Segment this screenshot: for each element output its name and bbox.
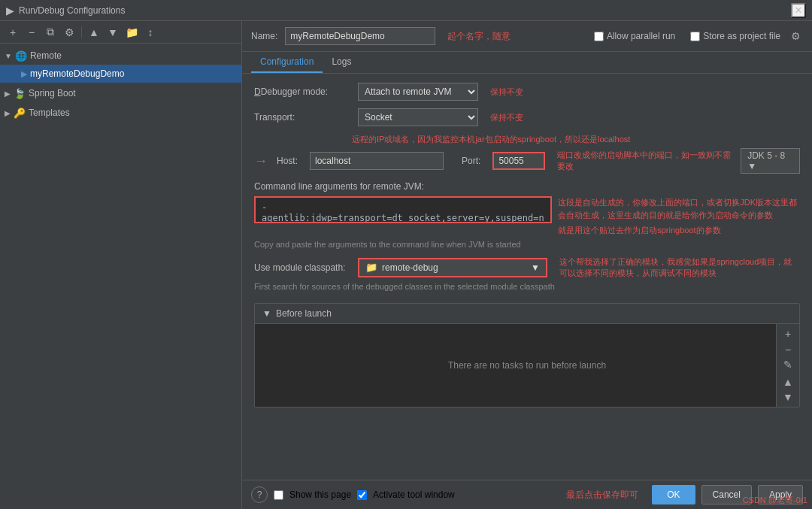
name-input[interactable] <box>285 27 435 45</box>
host-input[interactable] <box>310 152 444 170</box>
bl-down-button[interactable]: ▼ <box>780 390 796 404</box>
help-button[interactable]: ? <box>251 486 268 503</box>
apply-button[interactable]: Apply <box>758 485 803 504</box>
remote-group-icon: 🌐 <box>15 50 27 62</box>
module-dropdown-icon: ▼ <box>531 262 540 273</box>
gear-button[interactable]: ⚙ <box>788 29 803 44</box>
module-classpath-row: Use module classpath: 📁 remote-debug ▼ 这… <box>254 256 800 280</box>
module-value: remote-debug <box>382 262 438 273</box>
port-label: Port: <box>462 156 480 166</box>
remote-item-label: myRemoteDebugDemo <box>30 68 124 79</box>
templates-group: ▶ 🔑 Templates <box>0 104 241 122</box>
tab-configuration[interactable]: Configuration <box>251 52 323 73</box>
templates-arrow-icon: ▶ <box>5 109 11 117</box>
footer-right: 最后点击保存即可 OK Cancel Apply <box>566 485 803 504</box>
activate-window-label: Activate tool window <box>373 489 455 500</box>
transport-select[interactable]: Socket <box>358 108 478 126</box>
name-label: Name: <box>251 31 277 41</box>
remote-debug-item[interactable]: ▶ myRemoteDebugDemo <box>0 65 241 83</box>
module-hint: First search for sources of the debugged… <box>254 282 800 291</box>
module-select-container: 📁 remote-debug ▼ <box>358 258 547 277</box>
cmdline-hint: Copy and paste the arguments to the comm… <box>254 240 800 249</box>
cmdline-annotations: 这段是自动生成的，你修改上面的端口，或者切换JDK版本这里都会自动生成，这里生成… <box>558 196 800 237</box>
module-select-button[interactable]: 📁 remote-debug ▼ <box>358 258 547 277</box>
host-arrow-icon: → <box>254 153 268 169</box>
move-up-button[interactable]: ▲ <box>86 24 102 41</box>
title-bar: ▶ Run/Debug Configurations × <box>0 0 812 21</box>
remote-item-icon: ▶ <box>21 69 27 79</box>
store-as-project-checkbox[interactable] <box>690 32 700 41</box>
spring-boot-group-header[interactable]: ▶ 🍃 Spring Boot <box>0 84 241 102</box>
settings-config-button[interactable]: ⚙ <box>61 24 77 41</box>
ok-button[interactable]: OK <box>652 485 695 504</box>
host-label: Host: <box>277 156 298 166</box>
before-launch-arrow-icon: ▼ <box>262 308 271 319</box>
before-launch-toolbar: + − ✎ ▲ ▼ <box>776 324 799 407</box>
transport-annotation: 保持不变 <box>490 112 523 123</box>
close-button[interactable]: × <box>791 3 806 18</box>
cmdline-section-label: Command line arguments for remote JVM: <box>254 181 800 192</box>
debugger-mode-select[interactable]: Attach to remote JVM <box>358 83 478 101</box>
name-row: Name: 起个名字，随意 Allow parallel run Store a… <box>242 21 812 52</box>
bl-up-button[interactable]: ▲ <box>780 375 796 389</box>
show-page-checkbox[interactable] <box>274 490 283 500</box>
bl-edit-button[interactable]: ✎ <box>780 358 796 371</box>
add-config-button[interactable]: + <box>5 24 21 41</box>
before-launch-section: ▼ Before launch There are no tasks to ru… <box>254 303 800 408</box>
tab-logs-label: Logs <box>332 56 351 67</box>
remote-group: ▼ 🌐 Remote ▶ myRemoteDebugDemo <box>0 47 241 83</box>
config-area: DDebugger mode: Attach to remote JVM 保持不… <box>242 74 812 480</box>
folder-button[interactable]: 📁 <box>123 24 140 41</box>
spring-boot-group-icon: 🍃 <box>14 88 26 99</box>
activate-window-checkbox[interactable] <box>357 490 367 500</box>
cmdline-annotation2: 就是用这个贴过去作为启动springboot的参数 <box>558 224 800 237</box>
debugger-mode-underline: D <box>254 86 261 97</box>
bl-remove-button[interactable]: − <box>780 343 796 356</box>
host-annotation-row: 远程的IP或域名，因为我监控本机jar包启动的springboot，所以还是lo… <box>254 134 800 145</box>
allow-parallel-checkbox[interactable] <box>594 32 604 41</box>
module-annotation: 这个帮我选择了正确的模块，我感觉如果是springcloud项目，就可以选择不同… <box>559 256 800 280</box>
footer-left: Show this page Activate tool window <box>274 489 455 500</box>
sort-button[interactable]: ↕ <box>142 24 159 41</box>
port-input[interactable] <box>492 152 545 170</box>
window-title: Run/Debug Configurations <box>19 5 791 16</box>
cmdline-annotation1: 这段是自动生成的，你修改上面的端口，或者切换JDK版本这里都会自动生成，这里生成… <box>558 196 800 221</box>
right-panel: Name: 起个名字，随意 Allow parallel run Store a… <box>242 21 812 509</box>
cmdline-row: -agentlib:jdwp=transport=dt_socket,serve… <box>254 196 800 237</box>
cmdline-textarea[interactable]: -agentlib:jdwp=transport=dt_socket,serve… <box>254 196 552 223</box>
left-panel: + − ⧉ ⚙ ▲ ▼ 📁 ↕ ▼ 🌐 Remote ▶ myRemoteDeb… <box>0 21 242 509</box>
templates-group-label: Templates <box>29 108 70 118</box>
main-area: + − ⧉ ⚙ ▲ ▼ 📁 ↕ ▼ 🌐 Remote ▶ myRemoteDeb… <box>0 21 812 509</box>
allow-parallel-label: Allow parallel run <box>607 31 675 41</box>
port-annotation: 端口改成你的启动脚本中的端口，如一致则不需要改 <box>557 150 735 172</box>
tab-logs[interactable]: Logs <box>323 52 360 73</box>
remote-arrow-icon: ▼ <box>5 52 12 60</box>
toolbar-separator <box>81 26 82 38</box>
footer: ? Show this page Activate tool window 最后… <box>242 480 812 509</box>
save-hint: 最后点击保存即可 <box>566 489 638 501</box>
before-launch-empty-message: There are no tasks to run before launch <box>448 360 606 371</box>
run-debug-icon: ▶ <box>6 5 14 17</box>
store-as-project-label: Store as project file <box>703 31 780 41</box>
host-annotation-text: 远程的IP或域名，因为我监控本机jar包启动的springboot，所以还是lo… <box>352 134 630 145</box>
templates-group-header[interactable]: ▶ 🔑 Templates <box>0 104 241 122</box>
move-down-button[interactable]: ▼ <box>105 24 121 41</box>
spring-boot-group: ▶ 🍃 Spring Boot <box>0 84 241 102</box>
jdk-selector[interactable]: JDK 5 - 8 ▼ <box>741 148 800 174</box>
transport-row: Transport: Socket 保持不变 <box>254 108 800 126</box>
tab-configuration-label: Configuration <box>260 56 314 67</box>
before-launch-title: Before launch <box>276 308 332 319</box>
module-label: Use module classpath: <box>254 262 352 273</box>
before-launch-header[interactable]: ▼ Before launch <box>255 304 799 324</box>
copy-config-button[interactable]: ⧉ <box>42 24 59 41</box>
remote-group-header[interactable]: ▼ 🌐 Remote <box>0 47 241 65</box>
remote-group-label: Remote <box>30 50 62 61</box>
debugger-annotation: 保持不变 <box>490 86 523 98</box>
config-toolbar: + − ⧉ ⚙ ▲ ▼ 📁 ↕ <box>0 21 241 44</box>
name-annotation: 起个名字，随意 <box>447 30 511 43</box>
before-launch-body: There are no tasks to run before launch … <box>255 324 799 407</box>
cancel-button[interactable]: Cancel <box>701 485 752 504</box>
bl-add-button[interactable]: + <box>780 327 796 341</box>
remove-config-button[interactable]: − <box>23 24 40 41</box>
debugger-mode-row: DDebugger mode: Attach to remote JVM 保持不… <box>254 83 800 101</box>
